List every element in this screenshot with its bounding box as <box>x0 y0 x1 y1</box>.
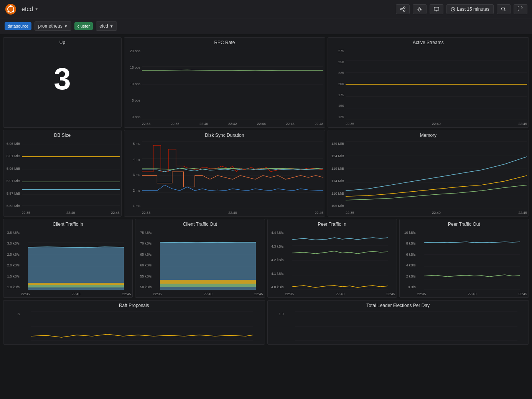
panel-streams-body: 275 250 225 200 175 150 125 <box>328 47 529 127</box>
topnav: etcd ▼ Last 15 minutes <box>0 0 532 18</box>
panel-memory: Memory 129 MiB 124 MiB 119 MiB 114 MiB 1… <box>328 130 529 217</box>
panel-clientin-body: 3.5 kB/s 3.0 kB/s 2.5 kB/s 2.0 kB/s 1.5 … <box>3 228 132 297</box>
timerange-button[interactable]: Last 15 minutes <box>446 4 494 14</box>
panel-dbsize-body: 6.06 MiB 6.01 MiB 5.96 MiB 5.91 MiB 5.87… <box>3 140 121 216</box>
panel-clientout-title: Client Traffic Out <box>135 219 264 228</box>
dashboard-row-1: Up 3 RPC Rate 20 ops 15 ops 10 ops 5 ops… <box>3 37 529 128</box>
monitor-button[interactable] <box>430 4 443 14</box>
peerout-chart <box>417 230 527 291</box>
panel-client-out: Client Traffic Out 75 kB/s 70 kB/s 65 kB… <box>135 219 265 298</box>
rpc-x-axis: 22:36 22:38 22:40 22:42 22:44 22:46 22:4… <box>142 121 323 126</box>
gear-icon <box>417 7 422 12</box>
clientin-chart-area: 22:35 22:40 22:45 <box>21 230 131 296</box>
panel-clientout-body: 75 kB/s 70 kB/s 65 kB/s 60 kB/s 55 kB/s … <box>135 228 264 297</box>
panel-disksync-title: Disk Sync Duration <box>124 130 325 140</box>
refresh-button[interactable] <box>514 4 527 14</box>
raft-chart <box>21 311 263 342</box>
svg-point-2 <box>10 5 12 7</box>
panel-raft-body: 8 <box>3 310 265 344</box>
rpc-chart <box>142 48 323 121</box>
svg-point-3 <box>12 10 14 12</box>
elections-chart-area <box>285 311 527 343</box>
panel-peerin-title: Peer Traffic In <box>268 219 397 228</box>
elections-chart <box>285 311 527 342</box>
clientout-y-axis: 75 kB/s 70 kB/s 65 kB/s 60 kB/s 55 kB/s … <box>137 230 153 296</box>
etcd-select[interactable]: etcd ▼ <box>96 21 117 31</box>
memory-x-axis: 22:35 22:40 22:45 <box>346 210 527 215</box>
raft-y-axis: 8 <box>5 311 21 343</box>
dashboard-row-4: Raft Proposals 8 <box>3 300 529 345</box>
svg-marker-49 <box>28 285 124 287</box>
peerin-y-axis: 4.4 kB/s 4.3 kB/s 4.2 kB/s 4.1 kB/s 4.0 … <box>269 230 285 296</box>
elections-x-axis <box>285 342 527 343</box>
rpc-chart-area: 22:36 22:38 22:40 22:42 22:44 22:46 22:4… <box>142 48 323 126</box>
up-value: 3 <box>5 48 120 110</box>
dashboard-title[interactable]: etcd ▼ <box>21 6 38 13</box>
panel-dbsize-title: DB Size <box>3 130 121 140</box>
panel-active-streams: Active Streams 275 250 225 200 175 150 1… <box>328 37 529 128</box>
panel-rpc-body: 20 ops 15 ops 10 ops 5 ops 0 ops <box>124 47 325 127</box>
memory-y-axis: 129 MiB 124 MiB 119 MiB 114 MiB 110 MiB … <box>329 141 346 215</box>
streams-chart <box>346 48 527 121</box>
clientin-x-axis: 22:35 22:40 22:45 <box>21 291 131 296</box>
panel-up: Up 3 <box>3 37 122 128</box>
panel-clientin-title: Client Traffic In <box>3 219 132 228</box>
monitor-icon <box>434 7 439 12</box>
svg-point-4 <box>8 10 10 12</box>
search-icon <box>501 7 506 12</box>
clientout-x-axis: 22:35 22:40 22:45 <box>153 291 263 296</box>
datasource-label: datasource <box>5 22 31 30</box>
panel-peer-out: Peer Traffic Out 10 kB/s 8 kB/s 6 kB/s 4… <box>399 219 529 298</box>
svg-point-7 <box>400 8 402 10</box>
panel-up-title: Up <box>3 38 121 47</box>
disksync-chart <box>142 141 323 210</box>
panel-leader-elections: Total Leader Elections Per Day 1.0 <box>267 300 529 345</box>
clock-icon <box>451 7 455 11</box>
raft-x-axis <box>21 342 263 343</box>
panel-peerin-body: 4.4 kB/s 4.3 kB/s 4.2 kB/s 4.1 kB/s 4.0 … <box>268 228 397 297</box>
dashboard-row-3: Client Traffic In 3.5 kB/s 3.0 kB/s 2.5 … <box>3 219 529 298</box>
clientout-chart <box>153 230 263 291</box>
share-button[interactable] <box>396 4 410 14</box>
raft-chart-area <box>21 311 263 343</box>
panel-elections-title: Total Leader Elections Per Day <box>268 300 529 310</box>
topnav-actions: Last 15 minutes <box>396 4 527 14</box>
svg-marker-58 <box>160 284 256 287</box>
settings-button[interactable] <box>413 4 427 14</box>
peerin-x-axis: 22:35 22:40 22:45 <box>285 291 395 296</box>
dbsize-y-axis: 6.06 MiB 6.01 MiB 5.96 MiB 5.91 MiB 5.87… <box>5 141 22 215</box>
panel-streams-title: Active Streams <box>328 38 529 47</box>
panel-up-body: 3 <box>3 47 121 111</box>
peerout-x-axis: 22:35 22:40 22:45 <box>417 291 527 296</box>
dbsize-chart-area: 22:35 22:40 22:45 <box>22 141 120 215</box>
peerin-chart-area: 22:35 22:40 22:45 <box>285 230 395 296</box>
streams-x-axis: 22:35 22:40 22:45 <box>346 121 527 126</box>
streams-y-axis: 275 250 225 200 175 150 125 <box>329 48 346 126</box>
cluster-label: cluster <box>74 22 93 30</box>
panel-memory-title: Memory <box>328 130 529 140</box>
panel-peer-in: Peer Traffic In 4.4 kB/s 4.3 kB/s 4.2 kB… <box>267 219 397 298</box>
panel-db-size: DB Size 6.06 MiB 6.01 MiB 5.96 MiB 5.91 … <box>3 130 122 217</box>
disksync-y-axis: 5 ms 4 ms 3 ms 2 ms 1 ms <box>126 141 142 215</box>
panel-peerout-title: Peer Traffic Out <box>400 219 529 228</box>
panel-peerout-body: 10 kB/s 8 kB/s 6 kB/s 4 kB/s 2 kB/s 0 B/… <box>400 228 529 297</box>
panel-rpc-title: RPC Rate <box>124 38 325 47</box>
rpc-y-axis: 20 ops 15 ops 10 ops 5 ops 0 ops <box>126 48 142 126</box>
svg-rect-9 <box>434 7 439 10</box>
panel-client-in: Client Traffic In 3.5 kB/s 3.0 kB/s 2.5 … <box>3 219 133 298</box>
streams-chart-area: 22:35 22:40 22:45 <box>346 48 527 126</box>
panel-memory-body: 129 MiB 124 MiB 119 MiB 114 MiB 110 MiB … <box>328 140 529 216</box>
panel-elections-body: 1.0 <box>268 310 529 344</box>
clientin-chart <box>21 230 131 291</box>
panel-rpc-rate: RPC Rate 20 ops 15 ops 10 ops 5 ops 0 op… <box>124 37 325 128</box>
grafana-logo <box>5 3 17 15</box>
disksync-chart-area: 22:35 22:40 22:45 <box>142 141 323 215</box>
panel-disk-sync: Disk Sync Duration 5 ms 4 ms 3 ms 2 ms 1… <box>124 130 325 217</box>
peerout-chart-area: 22:35 22:40 22:45 <box>417 230 527 296</box>
search-button[interactable] <box>497 4 511 14</box>
memory-chart <box>346 141 527 210</box>
prometheus-select[interactable]: prometheus ▼ <box>35 21 71 31</box>
dbsize-chart <box>22 141 120 210</box>
panel-disksync-body: 5 ms 4 ms 3 ms 2 ms 1 ms <box>124 140 325 216</box>
clientout-chart-area: 22:35 22:40 22:45 <box>153 230 263 296</box>
